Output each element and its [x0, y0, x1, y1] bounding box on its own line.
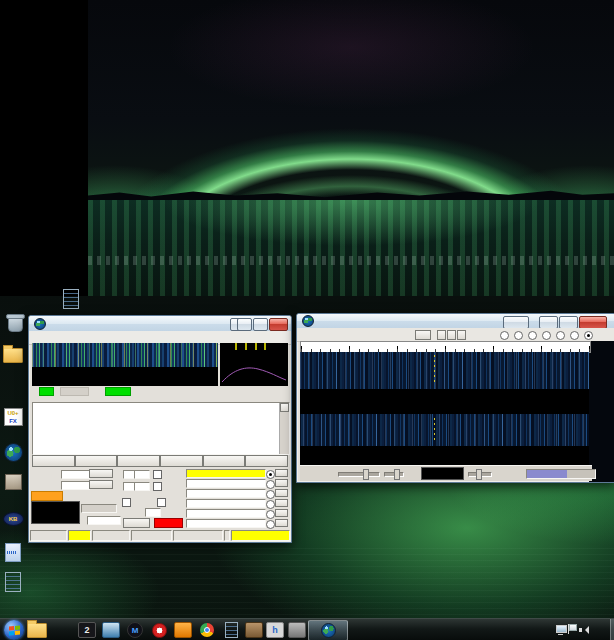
- tx-radio-6[interactable]: [266, 520, 275, 529]
- tx-radio-2[interactable]: [266, 480, 275, 489]
- taskbar-chrome[interactable]: [196, 620, 218, 640]
- erase-button[interactable]: [203, 455, 246, 467]
- tx2-button[interactable]: [275, 479, 288, 487]
- window-globe-icon: [302, 315, 314, 327]
- tx-first-checkbox[interactable]: [122, 498, 133, 507]
- specjt-window: [296, 313, 614, 483]
- zap-checkbox[interactable]: [153, 470, 164, 479]
- taskbar-mixw[interactable]: 2: [76, 620, 98, 640]
- s-value-field[interactable]: [134, 470, 150, 479]
- close-button[interactable]: [579, 316, 607, 329]
- slider-track[interactable]: [384, 472, 404, 477]
- tx-radio-3[interactable]: [266, 490, 275, 499]
- start-button[interactable]: [4, 620, 24, 640]
- tx3-button[interactable]: [275, 489, 288, 497]
- green-trace: [32, 373, 218, 386]
- wsjt-spectrum-panel[interactable]: [220, 343, 288, 386]
- tx6-button[interactable]: [275, 519, 288, 527]
- tx-radio-4[interactable]: [266, 500, 275, 509]
- tx5-button[interactable]: [275, 509, 288, 517]
- wsjt-waterfall[interactable]: [32, 343, 218, 386]
- slider-thumb[interactable]: [363, 469, 369, 480]
- desktop-icon-file2[interactable]: [0, 571, 42, 593]
- taskbar-notepad[interactable]: [220, 620, 242, 640]
- tol-value-field[interactable]: [134, 482, 150, 491]
- taskbar-h-app[interactable]: h: [264, 620, 286, 640]
- wsjt-app-icon: U0+FX: [4, 408, 23, 426]
- close-button[interactable]: [269, 318, 288, 331]
- status-ratio: [30, 530, 67, 541]
- wsjt-window: [28, 315, 292, 543]
- folder-icon: [27, 623, 47, 638]
- to-radio-field[interactable]: [61, 470, 90, 479]
- tx-msg-5[interactable]: [186, 509, 266, 518]
- decode-text-area[interactable]: [32, 402, 290, 455]
- speed-2[interactable]: [514, 331, 525, 340]
- tx-stop-button[interactable]: [245, 455, 288, 467]
- speed-1[interactable]: [500, 331, 511, 340]
- nav-left-button[interactable]: [437, 330, 446, 340]
- taskbar-recorder[interactable]: [148, 620, 170, 640]
- add-button[interactable]: [89, 480, 113, 489]
- tx4-button[interactable]: [275, 499, 288, 507]
- rpt-field[interactable]: [145, 508, 161, 517]
- dsec-field[interactable]: [87, 516, 121, 525]
- taskbar-player[interactable]: [172, 620, 194, 640]
- resize-icon[interactable]: [503, 316, 529, 329]
- speed-5[interactable]: [556, 331, 567, 340]
- speed-h2[interactable]: [584, 331, 595, 340]
- scrollbar[interactable]: [279, 403, 289, 454]
- scroll-up-icon[interactable]: [280, 403, 289, 412]
- tray-network-icon[interactable]: [556, 625, 565, 633]
- speed-4[interactable]: [542, 331, 553, 340]
- taskbar-m-app[interactable]: M: [124, 620, 146, 640]
- rx-st-checkbox[interactable]: [153, 482, 164, 491]
- purple-spectrum-curve: [220, 343, 288, 386]
- log-qso-button[interactable]: [32, 455, 75, 467]
- waterfall-noise: [32, 343, 218, 367]
- decode-button[interactable]: [160, 455, 203, 467]
- tx-radio-5[interactable]: [266, 510, 275, 519]
- taskbar-app-star[interactable]: [51, 620, 73, 640]
- auto-on-button[interactable]: [154, 518, 183, 528]
- show-desktop-button[interactable]: [610, 619, 614, 640]
- desktop-icon-cwelskim[interactable]: [0, 541, 42, 564]
- lookup-button[interactable]: [89, 469, 113, 478]
- slider-thumb[interactable]: [394, 469, 400, 480]
- nav-center-button[interactable]: [447, 330, 456, 340]
- minimize-button[interactable]: [237, 318, 252, 331]
- tx-msg-3[interactable]: [186, 489, 266, 498]
- tx-msg-4[interactable]: [186, 499, 266, 508]
- slider-thumb[interactable]: [476, 469, 482, 480]
- taskbar-image-app[interactable]: [100, 620, 122, 640]
- bw-button[interactable]: [415, 330, 431, 340]
- speed-h1[interactable]: [570, 331, 581, 340]
- stop-button[interactable]: [75, 455, 118, 467]
- gen-msgs-button[interactable]: [123, 518, 150, 528]
- specjt-waterfall[interactable]: [300, 352, 589, 465]
- tx1-button[interactable]: [275, 469, 288, 477]
- grid-field[interactable]: [61, 481, 90, 490]
- maximize-button[interactable]: [253, 318, 268, 331]
- slider-track[interactable]: [468, 472, 492, 477]
- specjt-toolbar: [297, 328, 614, 342]
- tx-msg-6[interactable]: [186, 519, 266, 528]
- desktop-icon-file[interactable]: [42, 288, 100, 310]
- tx-st-checkbox[interactable]: [157, 498, 168, 507]
- taskbar-explorer[interactable]: [26, 620, 48, 640]
- slider-track[interactable]: [338, 472, 380, 477]
- monitor-button[interactable]: [117, 455, 160, 467]
- taskbar-active-window-button[interactable]: [308, 620, 348, 640]
- speed-3[interactable]: [528, 331, 539, 340]
- tx-msg-2[interactable]: [186, 479, 266, 488]
- taskbar-gray-app[interactable]: [286, 620, 308, 640]
- taskbar-cassette[interactable]: [243, 620, 265, 640]
- document-icon: [225, 622, 238, 638]
- nav-right-button[interactable]: [457, 330, 466, 340]
- maximize-button[interactable]: [559, 316, 578, 329]
- tx-msg-1[interactable]: [186, 469, 266, 478]
- minimize-button[interactable]: [539, 316, 558, 329]
- level-meter: [526, 469, 596, 479]
- checkbox-box: [157, 498, 166, 507]
- tx-radio-1[interactable]: [266, 470, 275, 479]
